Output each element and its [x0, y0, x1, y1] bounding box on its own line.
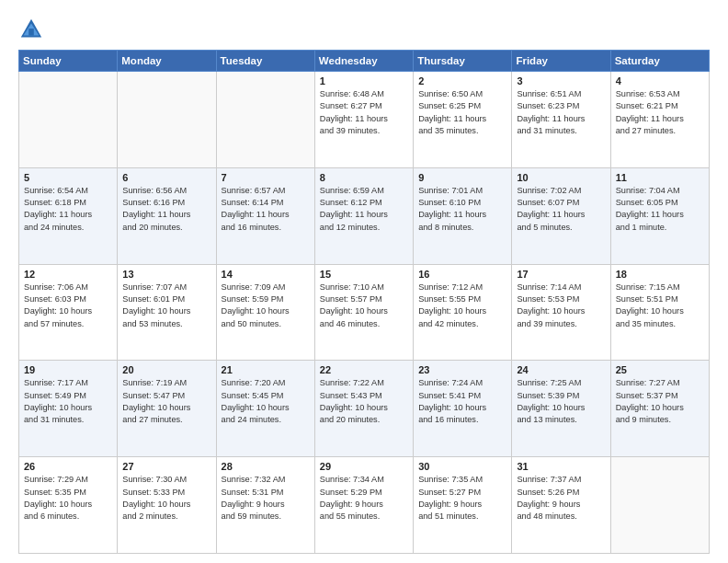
calendar-cell: 17Sunrise: 7:14 AM Sunset: 5:53 PM Dayli… — [512, 264, 610, 361]
day-number: 22 — [320, 364, 408, 375]
day-info: Sunrise: 7:32 AM Sunset: 5:31 PM Dayligh… — [222, 474, 310, 523]
header — [18, 17, 710, 42]
day-number: 7 — [222, 172, 310, 183]
calendar-cell: 8Sunrise: 6:59 AM Sunset: 6:12 PM Daylig… — [314, 167, 413, 264]
day-info: Sunrise: 7:07 AM Sunset: 6:01 PM Dayligh… — [122, 282, 210, 330]
calendar-cell: 28Sunrise: 7:32 AM Sunset: 5:31 PM Dayli… — [216, 457, 314, 554]
day-info: Sunrise: 6:56 AM Sunset: 6:16 PM Dayligh… — [122, 185, 210, 234]
weekday-header-thursday: Thursday — [414, 51, 512, 72]
day-number: 10 — [517, 172, 605, 183]
calendar-cell: 18Sunrise: 7:15 AM Sunset: 5:51 PM Dayli… — [610, 264, 709, 361]
calendar-cell: 23Sunrise: 7:24 AM Sunset: 5:41 PM Dayli… — [414, 361, 512, 457]
svg-rect-2 — [28, 29, 34, 35]
day-info: Sunrise: 7:14 AM Sunset: 5:53 PM Dayligh… — [517, 282, 605, 330]
calendar-cell — [19, 72, 118, 168]
calendar-cell: 14Sunrise: 7:09 AM Sunset: 5:59 PM Dayli… — [216, 264, 314, 361]
day-info: Sunrise: 7:04 AM Sunset: 6:05 PM Dayligh… — [616, 185, 704, 234]
day-number: 16 — [418, 269, 506, 280]
day-info: Sunrise: 7:34 AM Sunset: 5:29 PM Dayligh… — [320, 474, 408, 523]
calendar-cell: 6Sunrise: 6:56 AM Sunset: 6:16 PM Daylig… — [118, 167, 216, 264]
day-number: 24 — [517, 364, 605, 375]
day-number: 15 — [320, 269, 408, 280]
calendar-cell: 7Sunrise: 6:57 AM Sunset: 6:14 PM Daylig… — [216, 167, 314, 264]
day-number: 4 — [616, 75, 704, 86]
day-number: 11 — [616, 172, 704, 183]
calendar-cell: 29Sunrise: 7:34 AM Sunset: 5:29 PM Dayli… — [314, 457, 413, 554]
day-number: 3 — [517, 75, 605, 86]
week-row-3: 19Sunrise: 7:17 AM Sunset: 5:49 PM Dayli… — [19, 361, 710, 457]
calendar-cell: 4Sunrise: 6:53 AM Sunset: 6:21 PM Daylig… — [610, 72, 709, 168]
day-number: 30 — [418, 461, 506, 472]
day-info: Sunrise: 7:06 AM Sunset: 6:03 PM Dayligh… — [24, 282, 112, 330]
day-number: 9 — [418, 172, 506, 183]
day-number: 21 — [222, 364, 310, 375]
day-info: Sunrise: 7:30 AM Sunset: 5:33 PM Dayligh… — [122, 474, 210, 523]
calendar-cell: 15Sunrise: 7:10 AM Sunset: 5:57 PM Dayli… — [314, 264, 413, 361]
calendar-cell: 9Sunrise: 7:01 AM Sunset: 6:10 PM Daylig… — [414, 167, 512, 264]
day-number: 31 — [517, 461, 605, 472]
calendar-cell: 1Sunrise: 6:48 AM Sunset: 6:27 PM Daylig… — [314, 72, 413, 168]
calendar-cell: 22Sunrise: 7:22 AM Sunset: 5:43 PM Dayli… — [314, 361, 413, 457]
weekday-header-row: SundayMondayTuesdayWednesdayThursdayFrid… — [19, 51, 710, 72]
day-number: 27 — [122, 461, 210, 472]
day-info: Sunrise: 7:02 AM Sunset: 6:07 PM Dayligh… — [517, 185, 605, 234]
day-number: 19 — [24, 364, 112, 375]
calendar-cell: 16Sunrise: 7:12 AM Sunset: 5:55 PM Dayli… — [414, 264, 512, 361]
day-info: Sunrise: 6:48 AM Sunset: 6:27 PM Dayligh… — [320, 88, 408, 137]
page: SundayMondayTuesdayWednesdayThursdayFrid… — [0, 0, 728, 563]
calendar-cell — [610, 457, 709, 554]
weekday-header-monday: Monday — [118, 51, 216, 72]
day-info: Sunrise: 7:37 AM Sunset: 5:26 PM Dayligh… — [517, 474, 605, 523]
calendar-cell: 30Sunrise: 7:35 AM Sunset: 5:27 PM Dayli… — [414, 457, 512, 554]
week-row-2: 12Sunrise: 7:06 AM Sunset: 6:03 PM Dayli… — [19, 264, 710, 361]
day-number: 25 — [616, 364, 704, 375]
day-info: Sunrise: 7:17 AM Sunset: 5:49 PM Dayligh… — [24, 377, 112, 426]
calendar-cell: 26Sunrise: 7:29 AM Sunset: 5:35 PM Dayli… — [19, 457, 118, 554]
day-info: Sunrise: 7:22 AM Sunset: 5:43 PM Dayligh… — [320, 377, 408, 426]
day-info: Sunrise: 6:57 AM Sunset: 6:14 PM Dayligh… — [222, 185, 310, 234]
day-info: Sunrise: 7:09 AM Sunset: 5:59 PM Dayligh… — [222, 282, 310, 330]
week-row-1: 5Sunrise: 6:54 AM Sunset: 6:18 PM Daylig… — [19, 167, 710, 264]
day-number: 2 — [418, 75, 506, 86]
day-number: 28 — [222, 461, 310, 472]
calendar-cell: 10Sunrise: 7:02 AM Sunset: 6:07 PM Dayli… — [512, 167, 610, 264]
day-number: 29 — [320, 461, 408, 472]
day-info: Sunrise: 7:20 AM Sunset: 5:45 PM Dayligh… — [222, 377, 310, 426]
week-row-0: 1Sunrise: 6:48 AM Sunset: 6:27 PM Daylig… — [19, 72, 710, 168]
day-info: Sunrise: 7:35 AM Sunset: 5:27 PM Dayligh… — [418, 474, 506, 523]
day-info: Sunrise: 7:15 AM Sunset: 5:51 PM Dayligh… — [616, 282, 704, 330]
day-info: Sunrise: 7:19 AM Sunset: 5:47 PM Dayligh… — [122, 377, 210, 426]
calendar-cell: 12Sunrise: 7:06 AM Sunset: 6:03 PM Dayli… — [19, 264, 118, 361]
day-number: 20 — [122, 364, 210, 375]
day-number: 5 — [24, 172, 112, 183]
day-info: Sunrise: 6:51 AM Sunset: 6:23 PM Dayligh… — [517, 88, 605, 137]
calendar-cell: 3Sunrise: 6:51 AM Sunset: 6:23 PM Daylig… — [512, 72, 610, 168]
day-info: Sunrise: 7:01 AM Sunset: 6:10 PM Dayligh… — [418, 185, 506, 234]
calendar-cell: 24Sunrise: 7:25 AM Sunset: 5:39 PM Dayli… — [512, 361, 610, 457]
week-row-4: 26Sunrise: 7:29 AM Sunset: 5:35 PM Dayli… — [19, 457, 710, 554]
day-info: Sunrise: 6:50 AM Sunset: 6:25 PM Dayligh… — [418, 88, 506, 137]
calendar-cell — [118, 72, 216, 168]
logo-icon — [18, 17, 44, 42]
calendar-cell: 13Sunrise: 7:07 AM Sunset: 6:01 PM Dayli… — [118, 264, 216, 361]
weekday-header-saturday: Saturday — [610, 51, 709, 72]
calendar-cell: 11Sunrise: 7:04 AM Sunset: 6:05 PM Dayli… — [610, 167, 709, 264]
day-info: Sunrise: 7:29 AM Sunset: 5:35 PM Dayligh… — [24, 474, 112, 523]
calendar-cell: 25Sunrise: 7:27 AM Sunset: 5:37 PM Dayli… — [610, 361, 709, 457]
calendar-table: SundayMondayTuesdayWednesdayThursdayFrid… — [18, 50, 710, 554]
day-info: Sunrise: 7:25 AM Sunset: 5:39 PM Dayligh… — [517, 377, 605, 426]
day-number: 12 — [24, 269, 112, 280]
calendar-cell: 2Sunrise: 6:50 AM Sunset: 6:25 PM Daylig… — [414, 72, 512, 168]
weekday-header-sunday: Sunday — [19, 51, 118, 72]
day-info: Sunrise: 6:53 AM Sunset: 6:21 PM Dayligh… — [616, 88, 704, 137]
day-number: 1 — [320, 75, 408, 86]
weekday-header-tuesday: Tuesday — [216, 51, 314, 72]
day-number: 26 — [24, 461, 112, 472]
day-number: 8 — [320, 172, 408, 183]
weekday-header-wednesday: Wednesday — [314, 51, 413, 72]
weekday-header-friday: Friday — [512, 51, 610, 72]
day-number: 18 — [616, 269, 704, 280]
day-info: Sunrise: 7:10 AM Sunset: 5:57 PM Dayligh… — [320, 282, 408, 330]
logo — [18, 17, 48, 42]
day-number: 6 — [122, 172, 210, 183]
